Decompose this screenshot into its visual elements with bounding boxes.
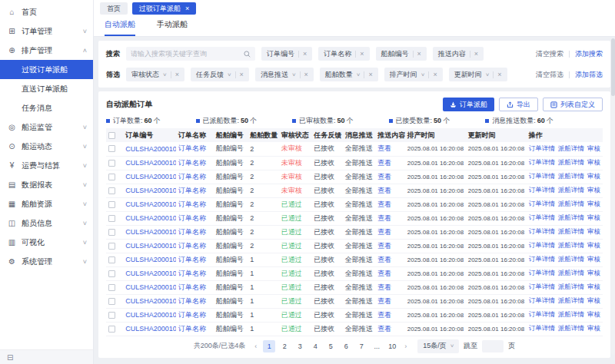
sidebar-item[interactable]: ⊕ 排产管理 ˄ xyxy=(0,41,93,60)
chevron-down-icon[interactable]: ˅ xyxy=(228,71,231,78)
close-icon[interactable]: × xyxy=(304,71,308,78)
dispatch-detail-link[interactable]: 派船详情 xyxy=(558,213,584,221)
order-detail-link[interactable]: 订单详情 xyxy=(529,172,555,180)
dispatch-order-button[interactable]: 订单派船 xyxy=(443,98,494,111)
search-tag[interactable]: 订单名称 × xyxy=(318,47,369,61)
close-icon[interactable]: × xyxy=(303,50,307,58)
close-icon[interactable]: × xyxy=(368,71,372,78)
push-content-view-link[interactable]: 查看 xyxy=(375,170,404,184)
add-search-button[interactable]: 添加搜索 xyxy=(575,49,603,59)
order-detail-link[interactable]: 订单详情 xyxy=(529,186,555,194)
row-checkbox[interactable] xyxy=(108,174,115,180)
audit-link[interactable]: 审核 xyxy=(587,227,600,235)
push-content-view-link[interactable]: 查看 xyxy=(375,142,404,156)
page-number-button[interactable]: 4 xyxy=(309,340,321,352)
dispatch-detail-link[interactable]: 派船详情 xyxy=(558,158,584,166)
filter-dropdown-tag[interactable]: 排产时间 ˅ × xyxy=(384,68,443,81)
audit-link[interactable]: 审核 xyxy=(587,296,600,304)
tab-active-page[interactable]: 过驳订单派船 × xyxy=(132,2,196,15)
close-icon[interactable]: × xyxy=(497,71,501,78)
filter-dropdown-tag[interactable]: 消息推送 ˅ × xyxy=(255,68,314,81)
order-detail-link[interactable]: 订单详情 xyxy=(529,310,555,318)
order-detail-link[interactable]: 订单详情 xyxy=(529,296,555,304)
order-name-link[interactable]: 订单名称 xyxy=(176,184,214,197)
order-name-link[interactable]: 订单名称 xyxy=(176,142,214,156)
filter-dropdown-tag[interactable]: 审核状态 ˅ × xyxy=(126,68,184,81)
prev-page-button[interactable]: ‹ xyxy=(253,342,258,350)
close-icon[interactable]: × xyxy=(474,50,478,58)
order-detail-link[interactable]: 订单详情 xyxy=(529,283,555,290)
sidebar-item[interactable]: ▦ 船舶资源 ˅ xyxy=(0,194,93,213)
page-number-button[interactable]: ... xyxy=(371,340,383,352)
page-number-button[interactable]: 10 xyxy=(386,340,398,352)
scrollbar-track[interactable] xyxy=(611,38,615,355)
order-name-link[interactable]: 订单名称 xyxy=(176,170,214,184)
close-icon[interactable]: × xyxy=(433,71,437,78)
select-all-checkbox[interactable] xyxy=(108,132,115,139)
row-checkbox[interactable] xyxy=(108,270,115,277)
order-name-link[interactable]: 订单名称 xyxy=(176,211,214,225)
order-number-link[interactable]: CULSHA200010001 xyxy=(123,280,176,294)
order-detail-link[interactable]: 订单详情 xyxy=(529,241,555,249)
audit-link[interactable]: 审核 xyxy=(587,172,600,180)
push-content-view-link[interactable]: 查看 xyxy=(375,308,404,322)
search-tag[interactable]: 订单编号 × xyxy=(261,47,312,61)
sidebar-item[interactable]: ⚙ 系统管理 ˅ xyxy=(0,252,93,271)
order-number-link[interactable]: CULSHA200010001 xyxy=(123,308,176,322)
filter-dropdown-tag[interactable]: 任务反馈 ˅ × xyxy=(191,68,249,81)
page-number-button[interactable]: 6 xyxy=(340,340,352,352)
order-number-link[interactable]: CULSHA200010001 xyxy=(123,156,176,170)
chevron-down-icon[interactable]: ˅ xyxy=(486,71,490,78)
row-checkbox[interactable] xyxy=(108,187,115,194)
sidebar-item[interactable]: ¥ 运费与结算 ˅ xyxy=(0,156,93,175)
order-number-link[interactable]: CULSHA200010001 xyxy=(123,184,176,197)
audit-link[interactable]: 审核 xyxy=(587,255,600,263)
order-detail-link[interactable]: 订单详情 xyxy=(529,255,555,263)
order-name-link[interactable]: 订单名称 xyxy=(176,239,214,253)
page-size-select[interactable]: 15条/页 ˅ xyxy=(417,339,459,353)
push-content-view-link[interactable]: 查看 xyxy=(375,211,404,225)
audit-link[interactable]: 审核 xyxy=(587,324,600,332)
row-checkbox[interactable] xyxy=(108,201,115,208)
sidebar-item[interactable]: ⊙ 船运动态 ˅ xyxy=(0,137,93,156)
order-detail-link[interactable]: 订单详情 xyxy=(529,144,555,152)
row-checkbox[interactable] xyxy=(108,160,115,167)
audit-link[interactable]: 审核 xyxy=(587,200,600,207)
order-detail-link[interactable]: 订单详情 xyxy=(529,269,555,276)
order-detail-link[interactable]: 订单详情 xyxy=(529,324,555,332)
push-content-view-link[interactable]: 查看 xyxy=(375,239,404,253)
order-number-link[interactable]: CULSHA200010001 xyxy=(123,142,176,156)
row-checkbox[interactable] xyxy=(108,215,115,222)
tab-home[interactable]: 首页 xyxy=(100,2,128,15)
order-name-link[interactable]: 订单名称 xyxy=(176,280,214,294)
clear-search-button[interactable]: 清空搜索 xyxy=(536,49,563,59)
push-content-view-link[interactable]: 查看 xyxy=(375,156,404,170)
sidebar-item[interactable]: ▤ 数据报表 ˅ xyxy=(0,175,93,194)
dispatch-detail-link[interactable]: 派船详情 xyxy=(558,310,584,318)
row-checkbox[interactable] xyxy=(108,145,115,152)
search-tag[interactable]: 推送内容 × xyxy=(433,47,484,61)
sidebar-item[interactable]: ▥ 可视化 ˅ xyxy=(0,233,93,252)
audit-link[interactable]: 审核 xyxy=(587,213,600,221)
dispatch-detail-link[interactable]: 派船详情 xyxy=(558,186,584,194)
close-tab-icon[interactable]: × xyxy=(185,5,189,12)
dispatch-mode-tab[interactable]: 自动派船 xyxy=(105,19,135,36)
dispatch-detail-link[interactable]: 派船详情 xyxy=(558,144,584,152)
order-detail-link[interactable]: 订单详情 xyxy=(529,200,555,207)
order-name-link[interactable]: 订单名称 xyxy=(176,322,214,336)
push-content-view-link[interactable]: 查看 xyxy=(375,322,404,336)
search-input[interactable] xyxy=(131,50,241,58)
sidebar-item[interactable]: ◫ 船员信息 ˅ xyxy=(0,213,93,233)
audit-link[interactable]: 审核 xyxy=(587,283,600,290)
audit-link[interactable]: 审核 xyxy=(587,241,600,249)
audit-link[interactable]: 审核 xyxy=(587,186,600,194)
row-checkbox[interactable] xyxy=(108,298,115,305)
close-icon[interactable]: × xyxy=(417,50,421,58)
search-tag[interactable]: 船舶编号 × xyxy=(376,47,427,61)
jump-page-input[interactable] xyxy=(482,340,504,352)
filter-dropdown-tag[interactable]: 更新时间 ˅ × xyxy=(449,68,507,81)
order-number-link[interactable]: CULSHA200010001 xyxy=(123,211,176,225)
filter-dropdown-tag[interactable]: 船舶数量 ˅ × xyxy=(320,68,378,81)
order-detail-link[interactable]: 订单详情 xyxy=(529,158,555,166)
export-button[interactable]: 导出 xyxy=(499,98,538,111)
